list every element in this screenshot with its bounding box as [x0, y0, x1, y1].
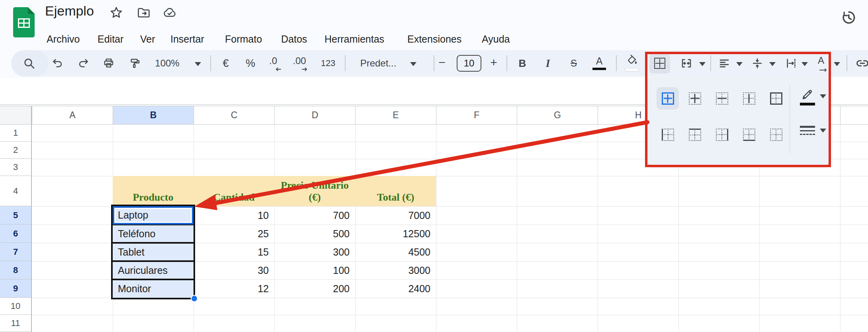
column-header-b[interactable]: B [113, 106, 194, 124]
toolbar-divider [506, 55, 507, 71]
row-header-10[interactable]: 10 [0, 298, 31, 315]
row-header-2[interactable]: 2 [0, 142, 31, 159]
text-color-swatch [592, 68, 606, 70]
menu-datos[interactable]: Datos [281, 33, 307, 45]
menu-herramientas[interactable]: Herramientas [325, 33, 384, 45]
row-header-11[interactable]: 11 [0, 315, 31, 332]
text-color-button[interactable]: A [596, 55, 603, 67]
cell-c6[interactable]: 25 [194, 225, 274, 243]
annotation-rectangle [645, 52, 831, 167]
row-header-5[interactable]: 5 [0, 206, 31, 225]
decrease-decimals-button[interactable]: .0 [269, 55, 277, 66]
menu-insertar[interactable]: Insertar [170, 33, 204, 45]
move-to-folder-icon[interactable] [137, 6, 151, 20]
cell-c7[interactable]: 15 [194, 243, 274, 261]
cell-c9[interactable]: 12 [194, 279, 274, 298]
row-header-8[interactable]: 8 [0, 261, 31, 279]
row-header-3[interactable]: 3 [0, 159, 31, 176]
cell-e7[interactable]: 4500 [355, 243, 436, 261]
range-border [113, 242, 194, 244]
cloud-saved-icon[interactable] [162, 6, 177, 20]
row-header-9[interactable]: 9 [0, 279, 31, 298]
increase-decimals-button[interactable]: .00 [293, 55, 306, 66]
column-header-f[interactable]: F [436, 106, 517, 124]
cell-b5-active[interactable]: Laptop [113, 206, 194, 225]
text-rotation-caret-icon[interactable] [834, 62, 840, 66]
bold-button[interactable]: B [519, 57, 526, 70]
menu-formato[interactable]: Formato [225, 33, 262, 45]
insert-link-icon[interactable] [856, 57, 868, 70]
row-header-4[interactable]: 4 [0, 176, 31, 206]
fill-color-icon[interactable] [626, 55, 638, 66]
search-icon[interactable] [23, 57, 35, 70]
row-header-1[interactable]: 1 [0, 125, 31, 142]
column-header-e[interactable]: E [355, 106, 436, 124]
range-border [113, 260, 194, 262]
gridline-v [436, 125, 436, 332]
range-border [113, 279, 194, 280]
column-header-hidden[interactable] [840, 106, 868, 124]
select-all-corner[interactable] [0, 106, 32, 124]
format-percent-button[interactable]: % [246, 57, 255, 70]
cell-e8[interactable]: 3000 [355, 261, 436, 279]
font-caret-icon[interactable] [410, 62, 416, 66]
column-header-d[interactable]: D [274, 106, 355, 124]
cell-c8[interactable]: 30 [194, 261, 274, 279]
italic-button[interactable]: I [546, 57, 550, 70]
increase-decimals-arrow-icon [301, 67, 308, 72]
sheets-logo[interactable] [13, 7, 35, 37]
gridline-v [517, 125, 517, 332]
toolbar-divider [846, 55, 847, 71]
logo-grid [18, 18, 30, 28]
redo-icon[interactable] [77, 57, 89, 69]
logo-fold-shadow [28, 7, 35, 14]
font-size-input[interactable]: 10 [457, 55, 481, 72]
menu-editar[interactable]: Editar [98, 33, 123, 45]
menu-archivo[interactable]: Archivo [47, 33, 80, 45]
table-header-precio-unitario[interactable]: Precio Unitario (€) [274, 176, 355, 206]
zoom-select[interactable]: 100% [155, 58, 179, 69]
column-header-g[interactable]: G [517, 106, 598, 124]
version-history-icon[interactable] [839, 9, 857, 26]
google-sheets-app: Ejemplo Archivo Editar Ver Insertar Form… [0, 0, 868, 332]
gridline-v [840, 125, 841, 332]
strikethrough-button[interactable]: S [571, 58, 577, 69]
cell-d8[interactable]: 100 [274, 261, 355, 279]
format-currency-button[interactable]: € [223, 57, 229, 70]
document-title[interactable]: Ejemplo [45, 3, 94, 19]
cell-e6[interactable]: 12500 [355, 225, 436, 243]
decrease-font-size-button[interactable]: − [438, 56, 446, 69]
row-headers: 1 2 3 4 5 6 7 8 9 10 11 [0, 125, 32, 332]
toolbar-divider [210, 55, 211, 71]
table-header-total[interactable]: Total (€) [355, 176, 436, 206]
gridline-v [598, 125, 598, 332]
cell-d5[interactable]: 700 [274, 206, 355, 225]
toolbar-divider [434, 55, 434, 71]
toolbar-divider [616, 55, 617, 71]
increase-font-size-button[interactable]: + [490, 56, 497, 69]
font-family-select[interactable]: Predet... [360, 58, 397, 69]
cell-d9[interactable]: 200 [274, 279, 355, 298]
cell-d6[interactable]: 500 [274, 225, 355, 243]
table-header-producto[interactable]: Producto [113, 176, 194, 206]
zoom-caret-icon[interactable] [195, 62, 201, 66]
table-header-cantidad[interactable]: Cantidad [194, 176, 274, 206]
column-header-c[interactable]: C [194, 106, 274, 124]
row-header-6[interactable]: 6 [0, 225, 31, 243]
star-icon[interactable] [109, 6, 123, 20]
more-formats-button[interactable]: 123 [321, 58, 336, 68]
column-header-a[interactable]: A [32, 106, 113, 124]
cell-c5[interactable]: 10 [194, 206, 274, 225]
menu-ayuda[interactable]: Ayuda [482, 33, 510, 45]
toolbar-divider [345, 55, 346, 71]
print-icon[interactable] [103, 57, 115, 69]
menu-extensiones[interactable]: Extensiones [407, 33, 461, 45]
fill-handle[interactable] [191, 295, 198, 302]
cell-e5[interactable]: 7000 [355, 206, 436, 225]
cell-e9[interactable]: 2400 [355, 279, 436, 298]
paint-format-icon[interactable] [129, 57, 141, 69]
menu-ver[interactable]: Ver [140, 33, 155, 45]
row-header-7[interactable]: 7 [0, 243, 31, 261]
cell-d7[interactable]: 300 [274, 243, 355, 261]
undo-icon[interactable] [52, 57, 64, 69]
